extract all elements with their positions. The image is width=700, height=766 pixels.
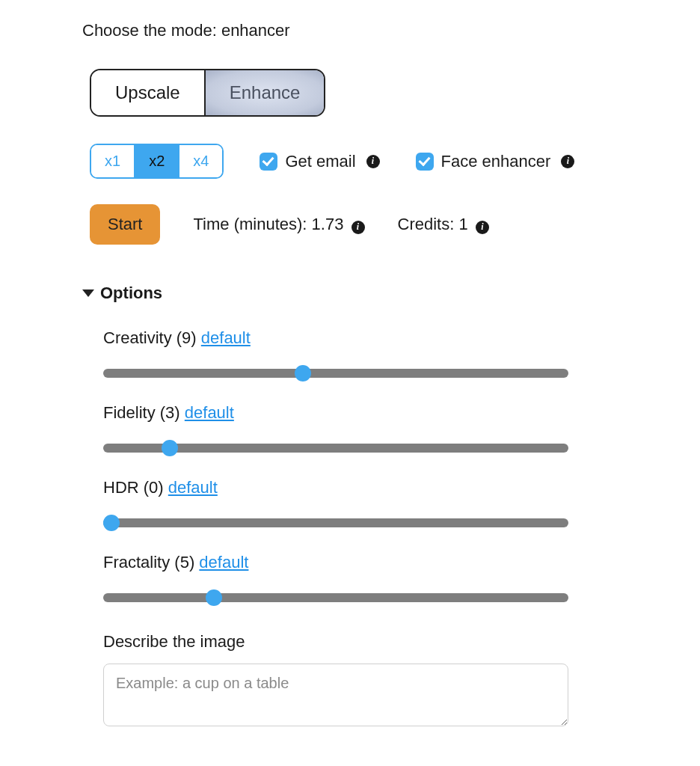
hdr-thumb[interactable] <box>103 515 120 531</box>
start-button[interactable]: Start <box>90 204 160 245</box>
fractality-label: Fractality (5) <box>103 553 199 572</box>
creativity-label: Creativity (9) <box>103 328 201 347</box>
mode-toggle: Upscale Enhance <box>90 69 325 117</box>
hdr-slider[interactable] <box>103 518 568 527</box>
options-panel: Creativity (9) default Fidelity (3) defa… <box>103 328 700 730</box>
creativity-default-link[interactable]: default <box>201 328 251 347</box>
describe-label: Describe the image <box>103 632 700 652</box>
credits-readout: Credits: 1 i <box>398 215 489 234</box>
describe-input[interactable] <box>103 664 568 726</box>
scale-option-x4[interactable]: x4 <box>178 145 222 177</box>
hdr-default-link[interactable]: default <box>168 478 218 497</box>
fidelity-default-link[interactable]: default <box>185 403 234 422</box>
options-toggle[interactable]: Options <box>82 284 700 303</box>
fractality-default-link[interactable]: default <box>199 553 248 572</box>
get-email-checkbox[interactable] <box>260 153 277 171</box>
hdr-slider-block: HDR (0) default <box>103 478 700 527</box>
creativity-slider[interactable] <box>103 369 568 378</box>
scale-option-x1[interactable]: x1 <box>91 145 134 177</box>
mode-option-upscale[interactable]: Upscale <box>91 70 204 115</box>
scale-toggle: x1 x2 x4 <box>90 144 224 179</box>
fractality-slider[interactable] <box>103 593 568 602</box>
chevron-down-icon <box>82 289 94 297</box>
hdr-label: HDR (0) <box>103 478 168 497</box>
fractality-thumb[interactable] <box>206 589 222 606</box>
face-enhancer-label: Face enhancer <box>441 152 551 171</box>
creativity-slider-block: Creativity (9) default <box>103 328 700 378</box>
info-icon[interactable]: i <box>561 155 574 168</box>
describe-block: Describe the image <box>103 632 700 730</box>
time-readout: Time (minutes): 1.73 i <box>193 215 364 234</box>
fidelity-slider[interactable] <box>103 444 568 453</box>
info-icon[interactable]: i <box>366 155 380 168</box>
fidelity-label: Fidelity (3) <box>103 403 185 422</box>
mode-option-enhance[interactable]: Enhance <box>204 70 325 115</box>
fidelity-thumb[interactable] <box>162 440 178 456</box>
scale-option-x2[interactable]: x2 <box>134 145 178 177</box>
fractality-slider-block: Fractality (5) default <box>103 553 700 602</box>
get-email-label: Get email <box>285 152 355 171</box>
face-enhancer-checkbox[interactable] <box>416 153 434 171</box>
options-title: Options <box>100 284 162 303</box>
mode-prompt: Choose the mode: enhancer <box>82 21 700 40</box>
fidelity-slider-block: Fidelity (3) default <box>103 403 700 453</box>
creativity-thumb[interactable] <box>295 365 311 382</box>
info-icon[interactable]: i <box>476 221 489 234</box>
info-icon[interactable]: i <box>351 221 365 234</box>
